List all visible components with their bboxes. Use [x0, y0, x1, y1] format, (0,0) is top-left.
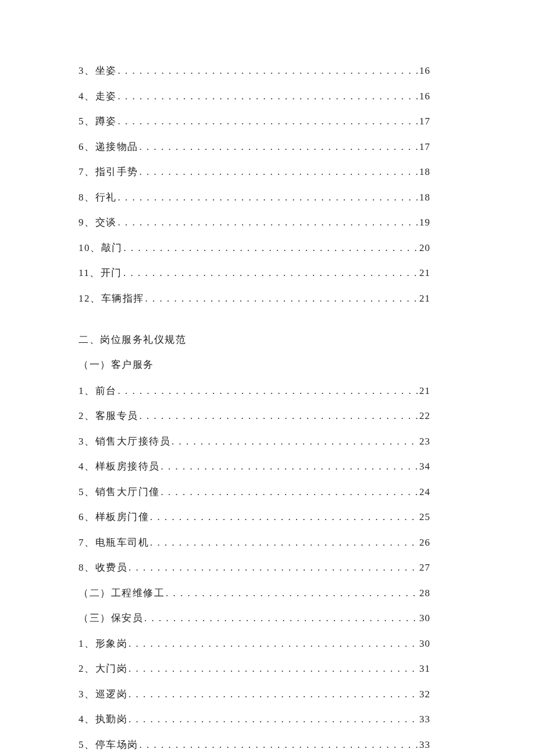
- toc-leader: . . . . . . . . . . . . . . . . . . . . …: [140, 141, 419, 153]
- toc-page-number: 21: [419, 385, 430, 397]
- toc-leader: . . . . . . . . . . . . . . . . . . . . …: [129, 638, 418, 650]
- toc-label: （三）保安员: [79, 611, 143, 625]
- toc-page-number: 21: [419, 267, 430, 279]
- toc-leader: . . . . . . . . . . . . . . . . . . . . …: [150, 537, 418, 549]
- heading-text: 二、岗位服务礼仪规范: [79, 334, 186, 345]
- toc-leader: . . . . . . . . . . . . . . . . . . . . …: [150, 511, 418, 523]
- toc-entry: 4、执勤岗 . . . . . . . . . . . . . . . . . …: [79, 712, 430, 726]
- toc-entry: 11、开门 . . . . . . . . . . . . . . . . . …: [79, 266, 430, 280]
- toc-entry: 6、递接物品 . . . . . . . . . . . . . . . . .…: [79, 140, 430, 153]
- toc-label: 9、交谈: [79, 216, 117, 229]
- toc-leader: . . . . . . . . . . . . . . . . . . . . …: [161, 486, 419, 498]
- toc-leader: . . . . . . . . . . . . . . . . . . . . …: [129, 562, 418, 574]
- toc-label: 7、指引手势: [79, 165, 138, 178]
- toc-page-number: 31: [419, 663, 430, 675]
- section-subheading: （一）客户服务: [79, 358, 430, 371]
- toc-entry: 3、坐姿 . . . . . . . . . . . . . . . . . .…: [79, 64, 430, 77]
- toc-entry: 6、样板房门僮 . . . . . . . . . . . . . . . . …: [79, 510, 430, 524]
- toc-leader: . . . . . . . . . . . . . . . . . . . . …: [140, 166, 419, 178]
- toc-page-number: 34: [419, 461, 430, 472]
- toc-label: 5、停车场岗: [79, 738, 138, 751]
- toc-page-number: 19: [419, 217, 430, 228]
- toc-entry: 1、形象岗 . . . . . . . . . . . . . . . . . …: [79, 637, 430, 650]
- toc-leader: . . . . . . . . . . . . . . . . . . . . …: [166, 587, 418, 599]
- toc-page-number: 20: [419, 242, 430, 254]
- section-heading: 二、岗位服务礼仪规范: [79, 333, 430, 346]
- toc-page-number: 27: [419, 562, 430, 574]
- toc-label: 10、敲门: [79, 241, 123, 255]
- toc-leader: . . . . . . . . . . . . . . . . . . . . …: [124, 242, 419, 254]
- toc-label: 4、执勤岗: [79, 712, 127, 726]
- toc-page-number: 24: [419, 486, 430, 498]
- toc-label: 3、销售大厅接待员: [79, 435, 170, 448]
- toc-label: 3、巡逻岗: [79, 687, 127, 701]
- toc-page-number: 33: [419, 714, 430, 725]
- toc-page-number: 28: [419, 587, 430, 599]
- toc-entry: 3、巡逻岗 . . . . . . . . . . . . . . . . . …: [79, 687, 430, 701]
- toc-leader: . . . . . . . . . . . . . . . . . . . . …: [118, 385, 419, 397]
- toc-leader: . . . . . . . . . . . . . . . . . . . . …: [144, 612, 418, 624]
- toc-label: （二）工程维修工: [79, 586, 165, 600]
- toc-label: 6、样板房门僮: [79, 510, 149, 524]
- toc-label: 4、样板房接待员: [79, 460, 160, 473]
- toc-page-number: 23: [419, 436, 430, 447]
- toc-label: 2、大门岗: [79, 662, 127, 675]
- toc-entry: 4、走姿 . . . . . . . . . . . . . . . . . .…: [79, 89, 430, 103]
- toc-label: 5、蹲姿: [79, 114, 117, 128]
- toc-page-number: 30: [419, 638, 430, 650]
- toc-label: 2、客服专员: [79, 409, 138, 422]
- toc-page-number: 21: [419, 293, 430, 304]
- toc-entry: 12、车辆指挥 . . . . . . . . . . . . . . . . …: [79, 292, 430, 305]
- toc-label: 6、递接物品: [79, 140, 138, 153]
- toc-leader: . . . . . . . . . . . . . . . . . . . . …: [172, 436, 418, 447]
- toc-entry: 9、交谈 . . . . . . . . . . . . . . . . . .…: [79, 216, 430, 229]
- toc-page-number: 17: [419, 141, 430, 153]
- toc-entry: 5、蹲姿 . . . . . . . . . . . . . . . . . .…: [79, 114, 430, 128]
- toc-leader: . . . . . . . . . . . . . . . . . . . . …: [118, 116, 419, 127]
- toc-label: 12、车辆指挥: [79, 292, 144, 305]
- toc-label: 3、坐姿: [79, 64, 117, 77]
- toc-label: 5、销售大厅门僮: [79, 485, 160, 499]
- toc-entry: 2、客服专员 . . . . . . . . . . . . . . . . .…: [79, 409, 430, 422]
- toc-leader: . . . . . . . . . . . . . . . . . . . . …: [129, 689, 418, 700]
- toc-leader: . . . . . . . . . . . . . . . . . . . . …: [118, 217, 419, 228]
- toc-page-number: 16: [419, 91, 430, 102]
- toc-entry: （二）工程维修工 . . . . . . . . . . . . . . . .…: [79, 586, 430, 600]
- toc-entry: 5、销售大厅门僮 . . . . . . . . . . . . . . . .…: [79, 485, 430, 499]
- toc-label: 8、收费员: [79, 561, 127, 574]
- toc-leader: . . . . . . . . . . . . . . . . . . . . …: [140, 410, 419, 422]
- toc-entry: 10、敲门 . . . . . . . . . . . . . . . . . …: [79, 241, 430, 255]
- toc-label: 11、开门: [79, 266, 122, 280]
- toc-page-number: 25: [419, 511, 430, 523]
- toc-label: 8、行礼: [79, 191, 117, 204]
- toc-entry: 7、指引手势 . . . . . . . . . . . . . . . . .…: [79, 165, 430, 178]
- toc-page-number: 17: [419, 116, 430, 127]
- toc-page-number: 33: [419, 739, 430, 751]
- toc-entry: 7、电瓶车司机 . . . . . . . . . . . . . . . . …: [79, 536, 430, 549]
- toc-leader: . . . . . . . . . . . . . . . . . . . . …: [118, 192, 419, 203]
- toc-leader: . . . . . . . . . . . . . . . . . . . . …: [161, 461, 419, 472]
- toc-entry: 4、样板房接待员 . . . . . . . . . . . . . . . .…: [79, 460, 430, 473]
- toc-entry: 8、行礼 . . . . . . . . . . . . . . . . . .…: [79, 191, 430, 204]
- toc-leader: . . . . . . . . . . . . . . . . . . . . …: [129, 714, 418, 725]
- toc-leader: . . . . . . . . . . . . . . . . . . . . …: [145, 293, 419, 304]
- toc-entry: 5、停车场岗 . . . . . . . . . . . . . . . . .…: [79, 738, 430, 751]
- toc-label: 4、走姿: [79, 89, 117, 103]
- toc-entry: 8、收费员 . . . . . . . . . . . . . . . . . …: [79, 561, 430, 574]
- toc-entry: 2、大门岗 . . . . . . . . . . . . . . . . . …: [79, 662, 430, 675]
- toc-page-number: 18: [419, 192, 430, 203]
- toc-leader: . . . . . . . . . . . . . . . . . . . . …: [118, 91, 419, 102]
- document-page: 3、坐姿 . . . . . . . . . . . . . . . . . .…: [0, 0, 535, 756]
- toc-entry: 3、销售大厅接待员 . . . . . . . . . . . . . . . …: [79, 435, 430, 448]
- subheading-text: （一）客户服务: [79, 359, 154, 370]
- toc-leader: . . . . . . . . . . . . . . . . . . . . …: [129, 663, 418, 675]
- toc-label: 1、形象岗: [79, 637, 127, 650]
- toc-page-number: 32: [419, 689, 430, 700]
- toc-label: 7、电瓶车司机: [79, 536, 149, 549]
- toc-leader: . . . . . . . . . . . . . . . . . . . . …: [118, 65, 419, 77]
- toc-entry: 1、前台 . . . . . . . . . . . . . . . . . .…: [79, 384, 430, 397]
- toc-page-number: 22: [419, 410, 430, 422]
- toc-leader: . . . . . . . . . . . . . . . . . . . . …: [123, 267, 418, 279]
- toc-page-number: 16: [419, 65, 430, 77]
- toc-page-number: 30: [419, 612, 430, 624]
